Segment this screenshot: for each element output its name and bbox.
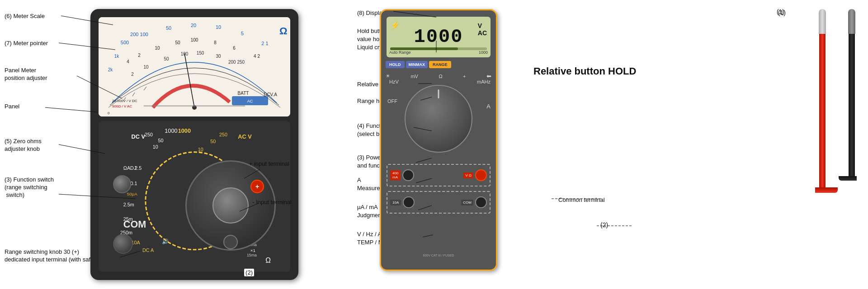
meter-display: Ω 500 200 100 50 20 10 5 2 1 1k 2k <box>99 17 290 117</box>
terminal-row-1: 400mA V Ω <box>387 164 491 186</box>
10a-terminal-group: 10A <box>390 196 415 208</box>
svg-text:0: 0 <box>108 111 110 115</box>
bottom-left-knob[interactable] <box>113 234 133 254</box>
left-section: (6) Meter Scale (7) Meter pointer Panel … <box>0 0 353 289</box>
warning-text: 600V CAT III / FUSED <box>423 254 454 257</box>
svg-text:2 1: 2 1 <box>261 41 268 46</box>
vohm-button: V Ω <box>463 172 473 178</box>
rotary-outer <box>405 85 472 153</box>
right-section: (8) Display Hold button Maximumvalue hol… <box>353 0 868 289</box>
svg-text:ΩADJ: ΩADJ <box>123 165 136 171</box>
svg-text:10: 10 <box>198 147 203 152</box>
svg-text:15ma: 15ma <box>247 253 257 257</box>
svg-text:Ω: Ω <box>279 25 288 37</box>
meter-controls: DC V 250 1000 1000 AC V 250 50 50 <box>99 121 290 272</box>
range-button[interactable]: RANGE <box>429 61 451 68</box>
svg-text:Ω: Ω <box>265 256 271 264</box>
svg-text:4 2: 4 2 <box>254 54 260 59</box>
relative-hold-text: Relative button HOLD <box>533 65 636 77</box>
svg-text:20: 20 <box>191 23 196 28</box>
svg-text:20.000V / V DC: 20.000V / V DC <box>112 99 137 103</box>
arrow-icon: ⬅ <box>486 73 491 79</box>
com-terminal-group: COM <box>461 196 487 208</box>
segment-fill <box>390 47 458 50</box>
svg-text:100: 100 <box>191 37 198 42</box>
com-circle[interactable] <box>475 196 487 208</box>
svg-text:30: 30 <box>216 54 221 59</box>
plus-terminal[interactable]: + <box>250 180 264 193</box>
display-unit: V AC <box>478 22 487 37</box>
scale-svg: Ω 500 200 100 50 20 10 5 2 1 1k 2k <box>99 17 290 117</box>
probes-section <box>805 9 859 271</box>
a-label: A <box>486 103 491 110</box>
minus-input-label: - Input terminal <box>252 199 292 205</box>
svg-text:50: 50 <box>166 25 171 31</box>
svg-text:2: 2 <box>138 53 141 58</box>
svg-text:2.5m: 2.5m <box>123 202 134 207</box>
digital-meter: ⚡ 1000 V AC Auto Range 1000 HOLD MINMAX <box>380 9 497 271</box>
function-icons-row: ☀ mV Ω + ⬅ <box>386 73 491 79</box>
terminal-row-2: 10A COM <box>387 191 491 214</box>
svg-text:150: 150 <box>197 51 204 56</box>
svg-text:2.5: 2.5 <box>135 165 142 171</box>
main-container: (6) Meter Scale (7) Meter pointer Panel … <box>0 0 868 289</box>
black-probe-bend <box>839 176 857 181</box>
hold-button[interactable]: HOLD <box>386 61 405 68</box>
zero-ohm-knob[interactable] <box>113 175 131 193</box>
button-row: HOLD MINMAX RANGE <box>386 61 491 68</box>
svg-rect-38 <box>144 105 245 107</box>
red-probe-body <box>819 34 826 169</box>
400ma-button: 400mA <box>390 170 401 180</box>
svg-text:1k: 1k <box>114 54 120 59</box>
number-1: (1) <box>778 9 786 16</box>
svg-text:50: 50 <box>175 40 180 45</box>
red-probe <box>807 9 838 193</box>
mv-label: mV <box>410 74 418 79</box>
minmax-button[interactable]: MINMAX <box>406 61 428 68</box>
400ma-circle[interactable] <box>402 169 414 181</box>
display-sub: Auto Range 1000 <box>387 50 491 55</box>
red-probe-shaft <box>819 169 826 187</box>
black-probe <box>847 9 857 181</box>
400ma-terminal-group: 400mA <box>390 169 414 181</box>
svg-text:8: 8 <box>214 40 217 45</box>
svg-text:10: 10 <box>216 24 221 30</box>
com-box: COM <box>461 200 473 205</box>
panel-label: Panel <box>5 103 19 111</box>
common-terminal-label: Common terminal <box>558 196 605 203</box>
zero-ohms-label: (5) Zero ohmsadjuster knob <box>5 138 42 153</box>
ohm-icon: Ω <box>439 74 442 79</box>
rotary-indicator <box>438 89 439 98</box>
svg-text:5: 5 <box>241 31 244 36</box>
svg-text:2k: 2k <box>108 67 113 72</box>
display-reading: 1000 <box>414 26 463 48</box>
function-switch-label: (3) Function switch(range switching swit… <box>5 176 54 199</box>
black-probe-shaft <box>849 160 855 176</box>
svg-text:200 250: 200 250 <box>228 60 245 65</box>
digital-rotary[interactable] <box>405 85 472 153</box>
com-terminal[interactable] <box>223 235 238 249</box>
svg-text:500: 500 <box>121 40 129 45</box>
svg-text:900Ω / V AC: 900Ω / V AC <box>112 104 132 108</box>
digital-display: ⚡ 1000 V AC Auto Range 1000 <box>387 17 491 57</box>
svg-text:BATT: BATT <box>238 91 249 96</box>
10a-circle[interactable] <box>403 196 415 208</box>
10a-button: 10A <box>390 200 401 205</box>
number-2-right: (2) <box>600 221 608 228</box>
svg-text:1000: 1000 <box>178 127 191 134</box>
svg-text:6: 6 <box>233 46 236 51</box>
svg-text:AC V: AC V <box>238 133 252 140</box>
svg-text:0.1: 0.1 <box>131 181 137 186</box>
svg-text:AC: AC <box>247 99 253 103</box>
vohm-circle[interactable] <box>475 169 487 181</box>
panel-meter-adjuster-label: Panel Meterposition adjuster <box>5 67 47 82</box>
lightning-icon: ⚡ <box>390 20 400 30</box>
svg-text:DC A: DC A <box>142 247 154 253</box>
svg-text:250: 250 <box>145 132 153 137</box>
off-label: OFF <box>387 98 397 104</box>
sun-icon: ☀ <box>386 73 390 79</box>
svg-text:1000: 1000 <box>165 127 177 134</box>
red-probe-top <box>819 9 826 34</box>
speaker-icon: 🔊 <box>162 238 169 245</box>
meter-pointer-label: (7) Meter pointer <box>5 40 48 47</box>
